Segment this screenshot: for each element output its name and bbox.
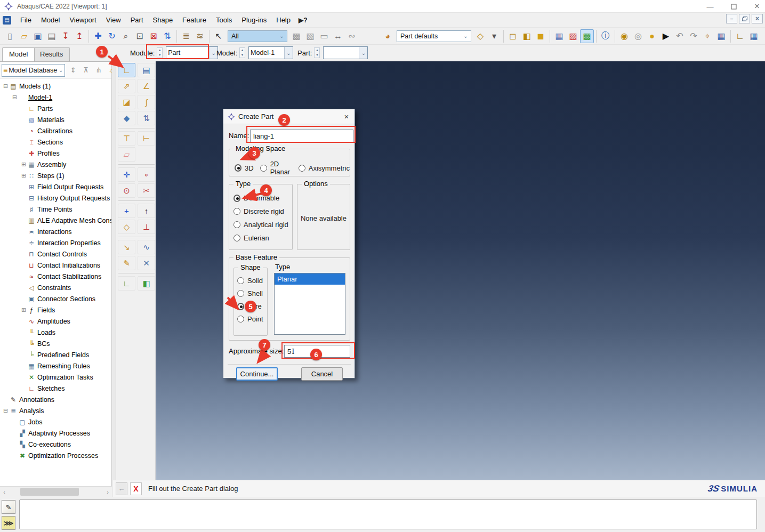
tree-spinner-icon[interactable]: ⇕ bbox=[68, 65, 78, 76]
tree-item[interactable]: ∟ Sketches bbox=[0, 383, 111, 394]
mdi-minimize-button[interactable]: – bbox=[726, 14, 737, 23]
tree-item[interactable]: ⌶ Sections bbox=[0, 136, 111, 148]
view-cut-manager-icon[interactable]: ≋ bbox=[193, 29, 207, 43]
query-point-button[interactable]: ✛ bbox=[118, 167, 135, 182]
create-display-group-icon[interactable]: ∟ bbox=[733, 29, 747, 43]
list-item[interactable]: Planar bbox=[275, 273, 345, 285]
measure-icon[interactable]: ↔ bbox=[331, 29, 345, 43]
toolbox-options-button[interactable]: ✕ bbox=[138, 256, 155, 270]
create-datum-axis-button[interactable]: ↑ bbox=[138, 204, 155, 218]
dialog-close-icon[interactable]: × bbox=[339, 112, 355, 121]
tree-item[interactable]: ◔ Calibrations bbox=[0, 125, 111, 136]
expand-toggle-icon[interactable]: ⊟ bbox=[2, 83, 9, 90]
tree-item[interactable]: ▞ Adaptivity Processes bbox=[0, 428, 111, 439]
tree-item[interactable]: ⊔ Contact Initializations bbox=[0, 260, 111, 271]
mdi-close-button[interactable]: × bbox=[752, 14, 763, 23]
tree-item[interactable]: ▦ Remeshing Rules bbox=[0, 360, 111, 372]
tree-item[interactable]: ∿ Amplitudes bbox=[0, 316, 111, 327]
tree-item[interactable]: ╚ BCs bbox=[0, 338, 111, 349]
mdi-restore-button[interactable] bbox=[739, 14, 750, 23]
tree-item[interactable]: ⊟ ≣ Analysis bbox=[0, 405, 111, 416]
cut-geometry-button[interactable]: ✂ bbox=[138, 183, 155, 198]
tree-item[interactable]: ╙ Loads bbox=[0, 327, 111, 338]
prompt-cancel-icon[interactable]: X bbox=[130, 482, 142, 495]
merge-ellipse-icon[interactable]: ● bbox=[645, 29, 659, 43]
menu-part[interactable]: Part bbox=[126, 14, 148, 26]
shaded-display-icon[interactable]: ▩ bbox=[580, 29, 594, 43]
create-solid-extrude-button[interactable]: ⇗ bbox=[118, 79, 135, 93]
part-spinner[interactable]: ▲▼ bbox=[314, 47, 320, 58]
tree-item[interactable]: ⊞ ∷ Steps (1) bbox=[0, 170, 111, 181]
tree-item[interactable]: ✎ Annotations bbox=[0, 394, 111, 405]
menu-help[interactable]: Help bbox=[271, 14, 295, 26]
expand-toggle-icon[interactable]: ⊞ bbox=[20, 161, 27, 168]
create-datum-point-button[interactable]: + bbox=[118, 204, 135, 218]
scroll-right-icon[interactable]: › bbox=[103, 489, 112, 495]
drag-cube-icon[interactable]: ▧ bbox=[303, 29, 317, 43]
tree-item[interactable]: ∟ Parts bbox=[0, 103, 111, 114]
undo-icon[interactable]: ↶ bbox=[673, 29, 687, 43]
redo-icon[interactable]: ↷ bbox=[687, 29, 700, 43]
menu-viewport[interactable]: Viewport bbox=[65, 14, 101, 26]
create-part-button[interactable]: ∟ bbox=[118, 63, 135, 77]
mesh-display-icon[interactable]: ▦ bbox=[552, 29, 566, 43]
panel-splitter[interactable] bbox=[112, 61, 116, 497]
fit-view-icon[interactable]: ⊠ bbox=[147, 29, 160, 43]
tree-item[interactable]: ✚ Profiles bbox=[0, 148, 111, 159]
display-group-manager-icon[interactable]: ▦ bbox=[747, 29, 761, 43]
tree-item[interactable]: ✕ Optimization Tasks bbox=[0, 372, 111, 383]
create-point-button[interactable]: ∘ bbox=[138, 167, 155, 182]
render-wireframe-icon[interactable]: ◻ bbox=[506, 29, 520, 43]
mdi-document-icon[interactable]: ▤ bbox=[3, 16, 11, 25]
color-code-combo[interactable]: Part defaults ⌄ bbox=[397, 30, 471, 42]
tree-item[interactable]: ♯ Time Points bbox=[0, 204, 111, 215]
model-spinner[interactable]: ▲▼ bbox=[239, 47, 245, 58]
rectangle-select-icon[interactable]: ▭ bbox=[317, 29, 331, 43]
pan-view-icon[interactable]: ✚ bbox=[91, 29, 105, 43]
model-combo[interactable]: Model-1 ⌄ bbox=[248, 46, 293, 59]
modeling-space-radio[interactable]: Axisymmetric bbox=[299, 160, 350, 176]
rotate-view-icon[interactable]: ↻ bbox=[105, 29, 119, 43]
maximize-button[interactable] bbox=[729, 2, 738, 11]
tree-item[interactable]: ≑ Interaction Properties bbox=[0, 237, 111, 248]
tree-item[interactable]: ⊓ Contact Controls bbox=[0, 248, 111, 260]
delete-sketch-button[interactable]: ✎ bbox=[118, 256, 135, 270]
create-shell-extrude-button[interactable]: ∠ bbox=[138, 79, 155, 93]
kernel-cli-button[interactable]: ⋙ bbox=[2, 516, 15, 530]
merge-intersect-icon[interactable]: ◎ bbox=[631, 29, 645, 43]
selection-filter-combo[interactable]: All ⌄ bbox=[228, 30, 287, 42]
view-cut-icon[interactable]: ≣ bbox=[179, 29, 193, 43]
create-round-chamfer-button[interactable]: ◆ bbox=[118, 111, 135, 125]
expand-toggle-icon[interactable]: ⊟ bbox=[11, 94, 18, 101]
color-code-icon[interactable]: ◕ bbox=[381, 29, 394, 43]
tree-item[interactable]: ⊞ ▦ Assembly bbox=[0, 159, 111, 170]
part-combo[interactable]: ⌄ bbox=[323, 46, 368, 59]
module-spinner[interactable]: ▲▼ bbox=[157, 47, 163, 58]
tab-results[interactable]: Results bbox=[33, 47, 70, 61]
tree-item[interactable]: ▣ Connector Sections bbox=[0, 293, 111, 304]
menu-feature[interactable]: Feature bbox=[178, 14, 211, 26]
tree-item[interactable]: ≍ Interactions bbox=[0, 226, 111, 237]
link-items-icon[interactable]: ⋔ bbox=[93, 65, 104, 76]
shape-radio[interactable]: Solid bbox=[237, 277, 267, 285]
tree-item[interactable]: ▧ Materials bbox=[0, 114, 111, 125]
magnify-view-icon[interactable]: ⌕ bbox=[119, 29, 133, 43]
tree-item[interactable]: ╘ Predefined Fields bbox=[0, 349, 111, 360]
edit-feature-button[interactable]: ⊙ bbox=[118, 183, 135, 198]
merge-union-icon[interactable]: ◉ bbox=[617, 29, 631, 43]
menu-plugins[interactable]: Plug-ins bbox=[237, 14, 271, 26]
menu-view[interactable]: View bbox=[101, 14, 126, 26]
message-text-area[interactable] bbox=[19, 499, 757, 529]
open-model-icon[interactable]: ▱ bbox=[17, 29, 31, 43]
info-icon[interactable]: ⓘ bbox=[599, 29, 613, 43]
tree-item[interactable]: ⊟ History Output Requests bbox=[0, 192, 111, 204]
box-zoom-icon[interactable]: ⊡ bbox=[133, 29, 147, 43]
prompt-back-icon[interactable]: ← bbox=[116, 482, 127, 495]
collapse-folder-icon[interactable]: ⊼ bbox=[80, 65, 91, 76]
tree-item[interactable]: ▢ Jobs bbox=[0, 416, 111, 428]
tree-item[interactable]: ▚ Co-executions bbox=[0, 439, 111, 450]
expand-toggle-icon[interactable]: ⊞ bbox=[20, 172, 27, 179]
tree-item[interactable]: ≈ Contact Stabilizations bbox=[0, 271, 111, 282]
new-model-icon[interactable]: ▯ bbox=[3, 29, 17, 43]
save-session-icon[interactable]: ↧ bbox=[59, 29, 73, 43]
